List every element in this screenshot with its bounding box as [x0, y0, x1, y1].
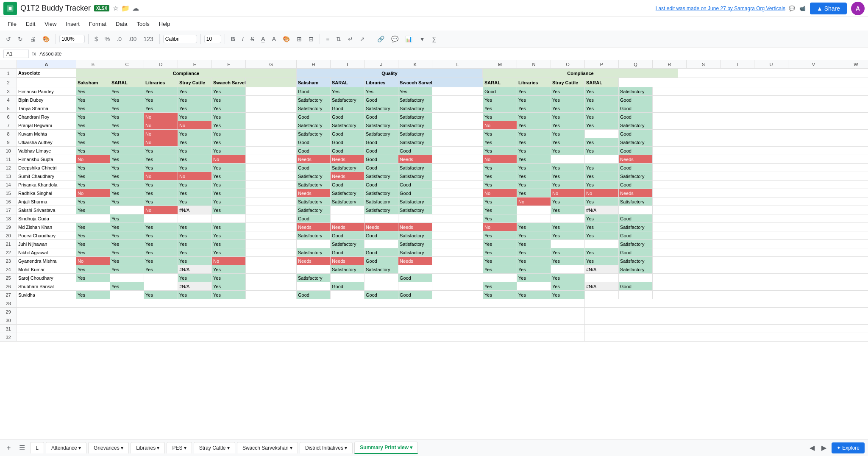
italic-button[interactable]: I [239, 34, 246, 44]
cell-M8[interactable]: Yes [483, 130, 517, 138]
cell-L8[interactable] [432, 130, 483, 138]
cell-C15[interactable]: Yes [110, 189, 144, 197]
cell-J8[interactable]: Satisfactory [364, 130, 398, 138]
cell-F10[interactable]: Yes [212, 147, 246, 155]
cell-C23[interactable]: Yes [110, 257, 144, 265]
cell-M5[interactable]: Yes [483, 104, 517, 112]
cell-Q6[interactable]: Good [619, 113, 653, 121]
cell-D9[interactable]: No [144, 138, 178, 146]
cell-I17[interactable] [331, 206, 364, 214]
wrap-button[interactable]: ↵ [345, 34, 356, 44]
cell-H20[interactable]: Satisfactory [297, 231, 331, 239]
cell-A10[interactable]: Vaibhav Limaye [17, 147, 76, 155]
col-A-header[interactable]: A [17, 60, 76, 68]
cell-P4[interactable]: Yes [585, 96, 619, 104]
cell-B3[interactable]: Yes [76, 87, 110, 95]
cell-K14[interactable]: Good [398, 181, 432, 189]
cell-C18[interactable]: Yes [110, 214, 144, 222]
cell-B25[interactable]: Yes [76, 274, 110, 282]
cell-N8[interactable]: Yes [517, 130, 551, 138]
cell-B16[interactable]: Yes [76, 197, 110, 206]
cell-O27[interactable]: Yes [551, 291, 585, 299]
tab-stray-cattle[interactable]: Stray Cattle ▾ [194, 442, 235, 453]
cell-D5[interactable]: Yes [144, 104, 178, 112]
cell-J12[interactable]: Good [364, 164, 398, 172]
cell-P21[interactable] [585, 240, 619, 248]
cell-G7[interactable] [246, 121, 297, 129]
explore-button[interactable]: ✦ Explore [832, 442, 865, 453]
cell-A1[interactable]: Associate [17, 69, 76, 78]
cell-C24[interactable]: Yes [110, 265, 144, 273]
col-G-header[interactable]: G [246, 60, 297, 68]
cell-L23[interactable] [432, 257, 483, 265]
cell-G14[interactable] [246, 181, 297, 189]
cell-E23[interactable]: Yes [178, 257, 212, 265]
cell-E9[interactable]: Yes [178, 138, 212, 146]
cell-C7[interactable]: Yes [110, 121, 144, 129]
cell-D20[interactable]: Yes [144, 231, 178, 239]
comment-button[interactable]: 💬 [389, 34, 401, 44]
cell-B14[interactable]: Yes [76, 181, 110, 189]
cell-J6[interactable]: Good [364, 113, 398, 121]
cell-N11[interactable]: Yes [517, 155, 551, 163]
cell-A18[interactable]: Sindhuja Guda [17, 214, 76, 222]
cell-K22[interactable]: Satisfactory [398, 248, 432, 256]
cell-M20[interactable]: Yes [483, 231, 517, 239]
cell-I3[interactable]: Yes [331, 87, 364, 95]
cell-P10[interactable]: Yes [585, 147, 619, 155]
col-W-header[interactable]: W [839, 60, 868, 68]
tab-libraries[interactable]: Libraries ▾ [131, 442, 165, 453]
cell-A14[interactable]: Priyanka Khandola [17, 181, 76, 189]
cell-K8[interactable]: Satisfactory [398, 130, 432, 138]
avatar[interactable]: A [851, 2, 865, 15]
cell-O4[interactable]: Yes [551, 96, 585, 104]
cell-J14[interactable]: Good [364, 181, 398, 189]
cell-A24[interactable]: Mohit Kumar [17, 265, 76, 273]
cell-E10[interactable]: Yes [178, 147, 212, 155]
cell-D6[interactable]: No [144, 113, 178, 121]
cell-Q9[interactable]: Satisfactory [619, 138, 653, 146]
cell-G9[interactable] [246, 138, 297, 146]
cell-I8[interactable]: Good [331, 130, 364, 138]
cell-G21[interactable] [246, 240, 297, 248]
cell-A23[interactable]: Gyanendra Mishra [17, 257, 76, 265]
cell-J24[interactable]: Satisfactory [364, 265, 398, 273]
cell-P3[interactable]: Yes [585, 87, 619, 95]
cell-F22[interactable]: Yes [212, 248, 246, 256]
cell-Q17[interactable] [619, 206, 653, 214]
cell-C21[interactable]: Yes [110, 240, 144, 248]
cell-H19[interactable]: Needs [297, 223, 331, 231]
cell-M13[interactable]: Yes [483, 172, 517, 180]
cell-H5[interactable]: Satisfactory [297, 104, 331, 112]
cell-A7[interactable]: Pranjal Begwani [17, 121, 76, 129]
cell-J27[interactable]: Good [364, 291, 398, 299]
cell-J9[interactable]: Good [364, 138, 398, 146]
text-color-button[interactable]: A [270, 34, 278, 44]
cell-E27[interactable]: Yes [178, 291, 212, 299]
cell-N21[interactable]: Yes [517, 240, 551, 248]
cell-O22[interactable]: Yes [551, 248, 585, 256]
cell-Q8[interactable]: Good [619, 130, 653, 138]
cell-P25[interactable] [585, 274, 619, 282]
cell-J17[interactable]: Satisfactory [364, 206, 398, 214]
cell-F17[interactable]: Yes [212, 206, 246, 214]
cell-M27[interactable]: Yes [483, 291, 517, 299]
h-align-button[interactable]: ≡ [323, 34, 332, 44]
cell-K9[interactable]: Satisfactory [398, 138, 432, 146]
cell-G15[interactable] [246, 189, 297, 197]
tab-attendance[interactable]: Attendance ▾ [46, 442, 86, 453]
col-M-header[interactable]: M [483, 60, 517, 68]
cell-I9[interactable]: Good [331, 138, 364, 146]
cell-C22[interactable]: Yes [110, 248, 144, 256]
col-K-header[interactable]: K [398, 60, 432, 68]
cell-L3[interactable] [432, 87, 483, 95]
cell-O5[interactable]: Yes [551, 104, 585, 112]
cell-L17[interactable] [432, 206, 483, 214]
cell-C16[interactable]: Yes [110, 197, 144, 206]
cell-E4[interactable]: Yes [178, 96, 212, 104]
cell-D26[interactable] [144, 282, 178, 290]
cell-A13[interactable]: Sumit Chaudhary [17, 172, 76, 180]
cell-D15[interactable]: Yes [144, 189, 178, 197]
cell-P19[interactable]: Yes [585, 223, 619, 231]
cell-Q14[interactable]: Good [619, 181, 653, 189]
